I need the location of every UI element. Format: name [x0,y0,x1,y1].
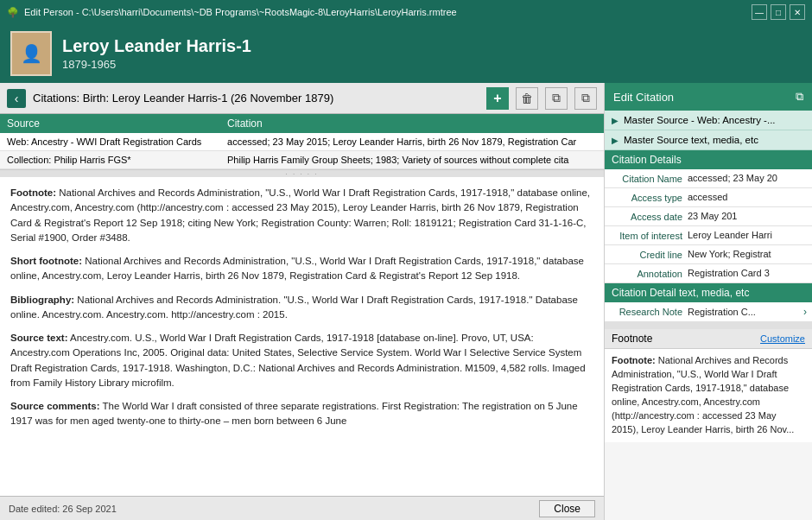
copy-icon: ⧉ [796,90,803,104]
field-value-3: Leroy Leander Harri [688,230,807,240]
footnote-panel: Footnote Customize Footnote: National Ar… [605,329,812,442]
expand-arrow-1: ▶ [612,116,619,125]
research-note-value: Registration C... [688,307,803,317]
field-row-3[interactable]: Item of interestLeroy Leander Harri [605,226,812,245]
copy-citation-button[interactable]: ⧉ [545,87,568,110]
footnote-panel-text: Footnote: National Archives and Records … [605,349,812,442]
paste-citation-button[interactable]: ⧉ [574,87,597,110]
field-label-5: Annotation [610,268,688,279]
footnote-panel-label: Footnote: [612,355,656,365]
source-text-section: Source text: Ancestry.com. U.S., World W… [10,331,593,390]
date-edited: Date edited: 26 Sep 2021 [9,504,117,514]
person-header: 👤 Leroy Leander Harris-1 1879-1965 [0,24,812,83]
research-note-row: Research Note Registration C... › [605,302,812,322]
research-note-label: Research Note [610,307,688,317]
minimize-button[interactable]: — [752,4,767,20]
field-label-0: Citation Name [610,173,688,184]
right-panel-header: Edit Citation ⧉ [605,83,812,111]
citation-header-bar: ‹ Citations: Birth: Leroy Leander Harris… [0,83,604,114]
title-bar: 🌳 Edit Person - C:\Users\harri\Documents… [0,0,812,24]
person-photo: 👤 [10,31,52,76]
cell-source-0: Web: Ancestry - WWI Draft Registration C… [0,133,220,151]
field-row-4[interactable]: Credit lineNew York; Registrat [605,245,812,264]
field-row-0[interactable]: Citation Nameaccessed; 23 May 20 [605,169,812,188]
expand-arrow-2: ▶ [612,136,619,145]
footnote-panel-header: Footnote Customize [605,329,812,349]
customize-link[interactable]: Customize [760,333,805,344]
person-dates: 1879-1965 [62,58,251,71]
back-button[interactable]: ‹ [7,89,26,108]
master-source-label-1: Master Source - Web: Ancestry -... [624,115,776,125]
field-row-1[interactable]: Access typeaccessed [605,188,812,207]
bibliography-body: National Archives and Records Administra… [10,295,578,320]
citation-table: Source Citation Web: Ancestry - WWI Draf… [0,114,604,169]
app-icon: 🌳 [7,7,19,18]
short-footnote-label: Short footnote: [10,256,82,266]
close-button[interactable]: Close [539,500,595,517]
right-panel: Edit Citation ⧉ ▶ Master Source - Web: A… [605,83,812,520]
source-comments-label: Source comments: [10,401,100,411]
field-label-3: Item of interest [610,230,688,241]
research-note-arrow[interactable]: › [803,306,807,318]
add-citation-button[interactable]: + [486,87,509,110]
bibliography-section: Bibliography: National Archives and Reco… [10,293,593,323]
delete-citation-button[interactable]: 🗑 [516,87,538,110]
field-label-1: Access type [610,192,688,203]
col-source: Source [0,114,220,133]
master-source-item-2[interactable]: ▶ Master Source text, media, etc [605,130,812,150]
footnote-panel-content: National Archives and Records Administra… [612,355,794,434]
master-source-label-2: Master Source text, media, etc [624,135,758,145]
title-bar-text: Edit Person - C:\Users\harri\Documents\~… [24,7,457,17]
edit-citation-title: Edit Citation [613,91,674,104]
source-text-label: Source text: [10,333,67,343]
right-scroll-area[interactable]: ▶ Master Source - Web: Ancestry -... ▶ M… [605,111,812,520]
footnote-label: Footnote: [10,187,56,198]
cell-citation-1: Philip Harris Family Group Sheets; 1983;… [220,151,604,169]
field-label-4: Credit line [610,249,688,260]
table-row[interactable]: Collection: Philip Harris FGS*Philip Har… [0,151,604,169]
field-row-2[interactable]: Access date23 May 201 [605,207,812,226]
footnote-panel-title: Footnote [612,333,652,345]
short-footnote-body: National Archives and Records Administra… [10,256,584,281]
person-name: Leroy Leander Harris-1 [62,36,251,56]
field-value-4: New York; Registrat [688,249,807,259]
citation-table-wrap: Source Citation Web: Ancestry - WWI Draf… [0,114,604,170]
master-source-item-1[interactable]: ▶ Master Source - Web: Ancestry -... [605,111,812,130]
source-comments-section: Source comments: The World War I draft c… [10,399,593,429]
photo-icon: 👤 [21,43,42,64]
field-label-2: Access date [610,211,688,222]
field-row-5[interactable]: AnnotationRegistration Card 3 [605,264,812,283]
text-content-area: Footnote: National Archives and Records … [0,177,604,496]
field-value-5: Registration Card 3 [688,268,807,278]
citation-detail-text-bar: Citation Detail text, media, etc [605,283,812,302]
cell-source-1: Collection: Philip Harris FGS* [0,151,220,169]
close-window-button[interactable]: ✕ [790,4,805,20]
field-value-2: 23 May 201 [688,211,807,221]
source-text-body: Ancestry.com. U.S., World War I Draft Re… [10,333,586,388]
field-value-1: accessed [688,192,807,202]
table-row[interactable]: Web: Ancestry - WWI Draft Registration C… [0,133,604,151]
footnote-body: National Archives and Records Administra… [10,187,590,243]
footnote-section: Footnote: National Archives and Records … [10,186,593,245]
col-citation: Citation [220,114,604,133]
status-bar: Date edited: 26 Sep 2021 Close [0,496,604,520]
resize-handle[interactable]: · · · · · [0,170,604,177]
bibliography-label: Bibliography: [10,295,74,305]
citation-details-header: Citation Details [605,150,812,169]
citation-title: Citations: Birth: Leroy Leander Harris-1… [33,92,479,105]
maximize-button[interactable]: □ [771,4,786,20]
short-footnote-section: Short footnote: National Archives and Re… [10,254,593,284]
cell-citation-0: accessed; 23 May 2015; Leroy Leander Har… [220,133,604,151]
right-resize-handle[interactable] [605,322,812,329]
field-value-0: accessed; 23 May 20 [688,173,807,183]
